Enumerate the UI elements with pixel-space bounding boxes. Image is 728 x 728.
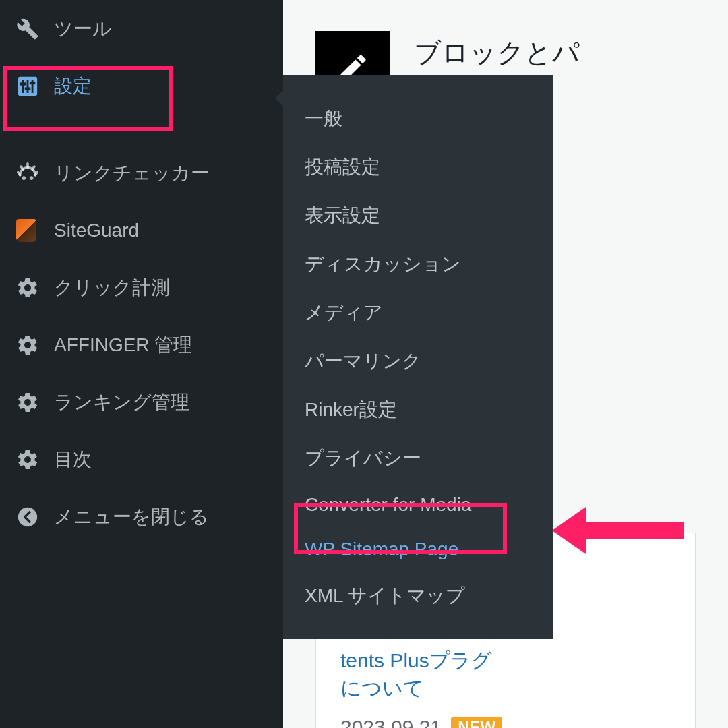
- svg-rect-2: [27, 80, 29, 93]
- submenu-item-rinker[interactable]: Rinker設定: [283, 386, 553, 434]
- sidebar-item-siteguard[interactable]: SiteGuard: [0, 202, 283, 259]
- sidebar-item-click[interactable]: クリック計測: [0, 259, 283, 316]
- svg-rect-1: [22, 80, 24, 93]
- sidebar-item-label: リンクチェッカー: [54, 160, 210, 186]
- submenu-item-xmlsitemap[interactable]: XML サイトマップ: [283, 572, 553, 620]
- sidebar-item-label: ツール: [54, 16, 112, 42]
- submenu-item-reading[interactable]: 表示設定: [283, 191, 553, 240]
- sidebar-item-settings[interactable]: 設定: [0, 57, 283, 115]
- sidebar-item-collapse[interactable]: メニューを閉じる: [0, 488, 283, 545]
- sidebar-item-label: AFFINGER 管理: [54, 332, 192, 358]
- svg-point-7: [22, 176, 26, 180]
- submenu-item-discussion[interactable]: ディスカッション: [283, 240, 553, 289]
- svg-point-9: [18, 507, 37, 526]
- submenu-item-privacy[interactable]: プライバシー: [283, 434, 553, 483]
- sidebar-item-label: 設定: [54, 73, 92, 99]
- wrench-icon: [16, 18, 54, 40]
- sidebar-item-label: メニューを閉じる: [54, 504, 209, 530]
- notice-date: 2023.09.21: [340, 716, 442, 728]
- submenu-item-converter[interactable]: Converter for Media: [283, 483, 553, 527]
- siteguard-icon: [16, 219, 54, 242]
- new-badge: NEW: [451, 717, 502, 728]
- submenu-item-general[interactable]: 一般: [283, 94, 553, 143]
- gear-icon: [16, 276, 54, 299]
- gear-icon: [16, 334, 54, 357]
- submenu-item-writing[interactable]: 投稿設定: [283, 143, 553, 191]
- sidebar-item-ranking[interactable]: ランキング管理: [0, 373, 283, 431]
- submenu-item-permalink[interactable]: パーマリンク: [283, 337, 553, 386]
- submenu-item-wpsitemap[interactable]: WP Sitemap Page: [283, 527, 553, 572]
- gear-icon: [16, 391, 54, 414]
- sidebar-item-label: SiteGuard: [54, 220, 139, 241]
- svg-point-8: [30, 176, 34, 180]
- sidebar-item-toc[interactable]: 目次: [0, 431, 283, 488]
- sidebar-item-affinger[interactable]: AFFINGER 管理: [0, 316, 283, 373]
- about-link[interactable]: について: [340, 677, 424, 699]
- sliders-icon: [16, 75, 54, 98]
- sidebar-item-label: ランキング管理: [54, 390, 189, 415]
- sidebar-item-linkchecker[interactable]: リンクチェッカー: [0, 144, 283, 202]
- svg-rect-5: [25, 87, 31, 90]
- collapse-icon: [16, 506, 54, 528]
- sidebar-item-tools[interactable]: ツール: [0, 0, 283, 57]
- sidebar-item-label: 目次: [54, 447, 92, 473]
- link-check-icon: [16, 162, 54, 185]
- svg-rect-4: [20, 82, 26, 85]
- sidebar-item-label: クリック計測: [54, 275, 170, 301]
- admin-sidebar: ツール 設定 リンクチェッカー SiteGuard クリック計測 AFFINGE…: [0, 0, 283, 728]
- submenu-item-media[interactable]: メディア: [283, 289, 553, 337]
- tents-plus-link[interactable]: tents Plusプラグ: [340, 649, 492, 671]
- svg-rect-6: [30, 81, 36, 84]
- settings-submenu: 一般 投稿設定 表示設定 ディスカッション メディア パーマリンク Rinker…: [283, 75, 553, 639]
- gear-icon: [16, 448, 54, 471]
